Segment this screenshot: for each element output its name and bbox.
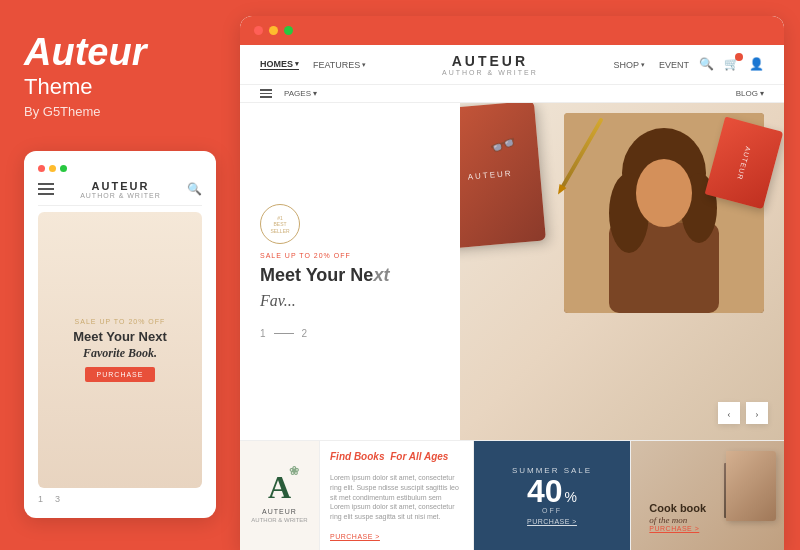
find-books-body: Lorem ipsum dolor sit amet, consectetur … — [330, 473, 463, 522]
mobile-hero-badge: SALE UP TO 20% OFF — [75, 318, 166, 325]
cookbook-card: Cook book of the mon PURCHASE > — [631, 441, 784, 550]
sec-nav-right: BLOG ▾ — [736, 89, 764, 98]
site-logo: AUTEUR AUTHOR & WRITER — [442, 53, 538, 76]
sec-nav-left: PAGES ▾ — [260, 89, 317, 98]
mobile-hero-subtitle: Favorite Book. — [83, 346, 157, 361]
browser-chrome-bar — [240, 16, 784, 45]
top-nav: HOMES ▾ FEATURES ▾ AUTEUR AUTHOR & WRITE… — [240, 45, 784, 85]
hero-section: #1BESTSELLER SALE UP TO 20% OFF Meet You… — [240, 103, 784, 440]
find-books-title-italic: For All Ages — [390, 451, 448, 462]
bottom-cards: A ❀ AUTEUR AUTHOR & WRITER Find Books Fo… — [240, 440, 784, 550]
mobile-hamburger-icon[interactable] — [38, 183, 54, 195]
find-books-link[interactable]: PURCHASE > — [330, 533, 463, 540]
summer-sale-card: SUMMER SALE 40 % OFF PURCHASE > — [474, 441, 632, 550]
nav-icons: 🔍 🛒 👤 — [699, 57, 764, 72]
mobile-header: AUTEUR AUTHOR & WRITER 🔍 — [38, 180, 202, 206]
cart-icon[interactable]: 🛒 — [724, 57, 739, 72]
logo-letter: A ❀ — [268, 469, 291, 506]
mobile-search-icon[interactable]: 🔍 — [187, 182, 202, 197]
brand-subtitle: Theme — [24, 74, 216, 100]
browser-dot-red[interactable] — [254, 26, 263, 35]
mobile-purchase-button[interactable]: PURCHASE — [85, 367, 156, 382]
browser-dot-yellow[interactable] — [269, 26, 278, 35]
search-icon[interactable]: 🔍 — [699, 57, 714, 72]
pagination-separator — [274, 333, 294, 334]
nav-links-left: HOMES ▾ FEATURES ▾ — [260, 59, 366, 70]
shop-dropdown-icon: ▾ — [641, 61, 645, 69]
svg-point-6 — [636, 159, 692, 227]
hamburger-icon — [260, 89, 272, 98]
summer-sup: % — [565, 489, 577, 505]
hero-content: #1BESTSELLER SALE UP TO 20% OFF Meet You… — [240, 103, 460, 440]
find-books-title: Find Books For All Ages — [330, 451, 463, 462]
cookbook-subtitle: of the mon — [649, 515, 766, 525]
blog-dropdown-icon: ▾ — [760, 89, 764, 98]
hero-badge-text: SALE UP TO 20% OFF — [260, 252, 440, 259]
mobile-hero-title: Meet Your Next — [73, 329, 166, 346]
carousel-nav: ‹ › — [718, 402, 768, 424]
nav-shop[interactable]: SHOP ▾ — [613, 60, 645, 70]
carousel-prev-button[interactable]: ‹ — [718, 402, 740, 424]
summer-percent: 40 — [527, 475, 563, 507]
summer-percent-area: 40 % — [527, 475, 577, 507]
brand-title: Auteur — [24, 32, 216, 74]
nav-pages[interactable]: PAGES ▾ — [284, 89, 317, 98]
website-content: HOMES ▾ FEATURES ▾ AUTEUR AUTHOR & WRITE… — [240, 45, 784, 550]
hero-main-title: Meet Your Next — [260, 265, 440, 287]
hero-image: AUTEUR — [460, 103, 784, 440]
find-books-card: Find Books For All Ages Lorem ipsum dolo… — [320, 441, 474, 550]
card-logo: A ❀ AUTEUR AUTHOR & WRITER — [251, 469, 307, 523]
card-logo-brand: AUTEUR — [262, 508, 297, 515]
browser-mockup: HOMES ▾ FEATURES ▾ AUTEUR AUTHOR & WRITE… — [240, 16, 784, 550]
card-logo-tagline: AUTHOR & WRITER — [251, 517, 307, 523]
left-panel: Auteur Theme By G5Theme AUTEUR AUTHOR & … — [0, 0, 240, 550]
summer-off-label: OFF — [542, 507, 562, 514]
brand-by: By G5Theme — [24, 104, 216, 119]
browser-dot-green[interactable] — [284, 26, 293, 35]
user-icon[interactable]: 👤 — [749, 57, 764, 72]
nav-blog[interactable]: BLOG ▾ — [736, 89, 764, 98]
mobile-dot-yellow — [49, 165, 56, 172]
mobile-pagination: 1 3 — [38, 494, 202, 504]
pages-dropdown-icon: ▾ — [313, 89, 317, 98]
cart-badge — [735, 53, 743, 61]
nav-links-right: SHOP ▾ EVENT — [613, 60, 689, 70]
hamburger-menu-icon[interactable] — [260, 89, 272, 98]
nav-features[interactable]: FEATURES ▾ — [313, 59, 366, 70]
nav-right-area: SHOP ▾ EVENT 🔍 🛒 👤 — [613, 57, 764, 72]
mobile-dot-green — [60, 165, 67, 172]
carousel-next-button[interactable]: › — [746, 402, 768, 424]
nav-event[interactable]: EVENT — [659, 60, 689, 70]
award-circle: #1BESTSELLER — [260, 204, 300, 244]
summer-purchase-link[interactable]: PURCHASE > — [527, 518, 577, 525]
features-dropdown-icon: ▾ — [362, 61, 366, 69]
mobile-mockup: AUTEUR AUTHOR & WRITER 🔍 SALE UP TO 20% … — [24, 151, 216, 518]
mobile-hero: SALE UP TO 20% OFF Meet Your Next Favori… — [38, 212, 202, 488]
hero-subtitle: Fav... — [260, 291, 440, 312]
hero-award: #1BESTSELLER — [260, 204, 440, 244]
nav-homes[interactable]: HOMES ▾ — [260, 59, 299, 70]
secondary-nav: PAGES ▾ BLOG ▾ — [240, 85, 784, 103]
mobile-dot-red — [38, 165, 45, 172]
mobile-window-dots — [38, 165, 202, 172]
hero-pagination: 1 2 — [260, 328, 440, 339]
cookbook-purchase-link[interactable]: PURCHASE > — [649, 525, 766, 532]
cookbook-title: Cook book — [649, 502, 766, 515]
logo-flower-icon: ❀ — [289, 464, 299, 479]
book-main-visual: AUTEUR — [460, 103, 546, 249]
logo-card: A ❀ AUTEUR AUTHOR & WRITER — [240, 441, 320, 550]
homes-dropdown-icon: ▾ — [295, 60, 299, 68]
mobile-brand: AUTEUR AUTHOR & WRITER — [80, 180, 161, 199]
cookbook-content: Cook book of the mon PURCHASE > — [641, 451, 774, 540]
